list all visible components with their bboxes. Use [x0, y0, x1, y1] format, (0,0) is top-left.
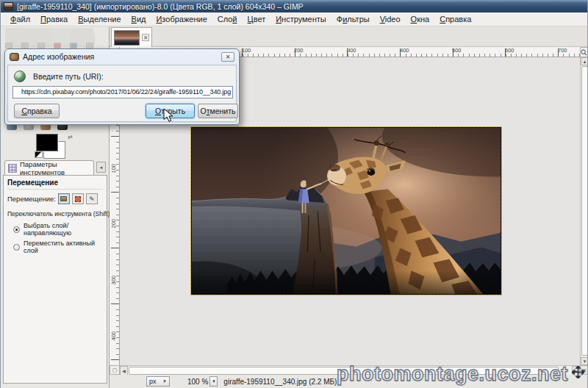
tool-toggle-label: Переключатель инструмента (Shift): [7, 210, 103, 218]
unit-value: px: [149, 378, 157, 385]
ruler-label: 200: [110, 219, 117, 229]
menu-video[interactable]: Video: [375, 13, 406, 25]
move-cursor-icon: [572, 366, 584, 378]
radio-pick-layer[interactable]: [13, 226, 20, 233]
tool-options-tab-label: Параметры инструментов: [20, 160, 90, 176]
zoom-level-value: 100 %: [187, 378, 208, 386]
uri-value: https://cdn.pixabay.com/photo/2017/01/06…: [21, 88, 231, 96]
menu-file[interactable]: Файл: [5, 13, 35, 25]
tool-icon-faded[interactable]: [21, 43, 29, 48]
uri-prompt-label: Введите путь (URI):: [33, 72, 104, 81]
tool-icon-faded[interactable]: [70, 43, 77, 48]
dialog-body: Введите путь (URI): https://cdn.pixabay.…: [7, 65, 237, 122]
unit-dropdown[interactable]: px ▼: [146, 376, 170, 387]
menu-filters[interactable]: Фильтры: [331, 13, 375, 25]
ruler-label: 700: [558, 47, 567, 54]
swap-colors-icon[interactable]: ⇄: [68, 134, 73, 140]
layer-icon: [60, 196, 67, 201]
window-title: [giraffe-1959110_340] (импортировано)-8.…: [17, 2, 304, 11]
canvas-image-giraffe[interactable]: [191, 127, 501, 295]
mouse-cursor-arrow: [163, 108, 173, 123]
tool-icon-faded[interactable]: [37, 43, 45, 48]
menu-edit[interactable]: Правка: [35, 13, 73, 25]
tool-icon-faded[interactable]: [86, 43, 93, 48]
tab-close-icon[interactable]: ✕: [142, 34, 149, 41]
path-icon: ✎: [89, 196, 95, 202]
scroll-up-icon[interactable]: ▲: [581, 57, 588, 65]
menu-colors[interactable]: Цвет: [243, 13, 271, 25]
scroll-down-icon[interactable]: ▼: [581, 357, 588, 365]
menu-help[interactable]: Справка: [434, 13, 476, 25]
window-titlebar[interactable]: [giraffe-1959110_340] (импортировано)-8.…: [1, 0, 588, 12]
vertical-scrollbar[interactable]: ▲ ▼: [580, 57, 588, 365]
color-swatches: ⇄: [35, 134, 73, 162]
move-path-mode-button[interactable]: ✎: [86, 193, 98, 204]
app-icon: [4, 2, 13, 10]
cancel-button[interactable]: Отменить: [198, 104, 238, 118]
dialog-title: Адрес изображения: [23, 52, 218, 61]
default-colors-icon[interactable]: [35, 151, 43, 158]
menu-tools[interactable]: Инструменты: [270, 13, 331, 25]
dialog-close-button[interactable]: ✕: [221, 52, 234, 62]
tool-options-icon: [8, 164, 17, 173]
dialog-titlebar[interactable]: Адрес изображения ✕: [5, 49, 239, 64]
ruler-label: 500: [452, 47, 462, 54]
active-tool-title: Перемещение: [7, 179, 103, 190]
tool-options-tab[interactable]: Параметры инструментов: [4, 160, 94, 176]
uri-input[interactable]: https://cdn.pixabay.com/photo/2017/01/06…: [12, 86, 233, 98]
menu-image[interactable]: Изображение: [151, 13, 212, 25]
menu-select[interactable]: Выделение: [73, 13, 126, 25]
menu-layer[interactable]: Слой: [212, 13, 243, 25]
globe-icon: [14, 71, 26, 82]
zoom-follow-window-button[interactable]: [580, 47, 588, 57]
foreground-color-swatch[interactable]: [36, 134, 58, 151]
giraffe-photo: [192, 128, 501, 294]
open-location-dialog: Адрес изображения ✕ Введите путь (URI): …: [4, 48, 240, 125]
move-selection-mode-button[interactable]: [72, 193, 84, 204]
ruler-label: 200: [294, 47, 304, 54]
ruler-label: 600: [505, 47, 514, 54]
ruler-label: 300: [110, 276, 117, 285]
dock-menu-button[interactable]: ◂: [96, 162, 106, 173]
menu-view[interactable]: Вид: [126, 13, 151, 25]
image-tab-thumbnail: [114, 30, 140, 46]
file-info-label: giraffe-1959110__340.jpg (2.2 МБ): [223, 378, 337, 386]
gimp-window: [giraffe-1959110_340] (импортировано)-8.…: [0, 0, 588, 388]
move-mode-label: Перемещение:: [7, 195, 56, 203]
magnifier-icon: [581, 49, 587, 56]
ruler-label: 400: [110, 331, 117, 341]
radio-pick-layer-label: Выбрать слой/направляющую: [24, 222, 103, 237]
image-tab[interactable]: ✕: [111, 27, 152, 47]
ruler-label: 100: [242, 47, 251, 54]
tool-icon-faded[interactable]: [5, 43, 12, 48]
quick-mask-toggle[interactable]: ▢: [110, 365, 120, 375]
move-layer-mode-button[interactable]: [58, 193, 70, 204]
chevron-down-icon: ▼: [162, 379, 167, 384]
menu-windows[interactable]: Окна: [406, 13, 435, 25]
menu-bar: Файл Правка Выделение Вид Изображение Сл…: [1, 12, 588, 26]
tool-options-panel: Перемещение Перемещение: ✎ Переключатель…: [3, 175, 107, 384]
site-watermark: photomontage.ucoz.net: [337, 363, 568, 386]
zoom-dropdown-button[interactable]: ▼: [209, 376, 218, 387]
radio-move-active[interactable]: [13, 244, 20, 251]
ruler-label: 300: [347, 47, 356, 54]
selection-icon: [75, 196, 81, 202]
wilber-icon: [10, 53, 19, 61]
ruler-label: 100: [110, 164, 117, 173]
ruler-label: 400: [400, 47, 409, 54]
vertical-scroll-thumb[interactable]: [581, 66, 588, 356]
image-tab-strip: ✕: [110, 26, 588, 47]
tool-icon-faded[interactable]: [54, 43, 61, 48]
help-button[interactable]: Справка: [14, 104, 60, 118]
radio-move-active-label: Переместить активный слой: [24, 240, 103, 254]
